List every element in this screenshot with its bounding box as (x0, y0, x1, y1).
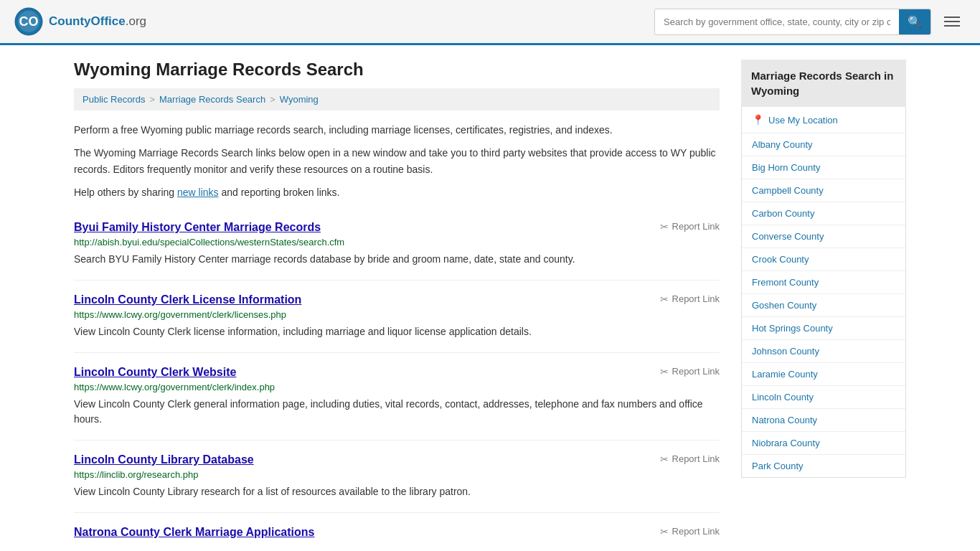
sidebar-item-lincoln-county[interactable]: Lincoln County (742, 386, 905, 409)
site-header: CO CountyOffice.org 🔍 (0, 0, 980, 45)
sidebar: Marriage Records Search in Wyoming 📍 Use… (741, 60, 906, 551)
logo-text: CountyOffice.org (49, 14, 146, 29)
result-desc: View Lincoln County Clerk license inform… (74, 324, 720, 339)
sidebar-item-crook-county[interactable]: Crook County (742, 248, 905, 271)
report-link-0[interactable]: ✂ Report Link (660, 221, 720, 232)
result-url: https://www.lcwy.org/government/clerk/li… (74, 309, 720, 320)
report-icon: ✂ (660, 221, 669, 232)
report-link-3[interactable]: ✂ Report Link (660, 453, 720, 465)
result-item: Byui Family History Center Marriage Reco… (74, 208, 720, 281)
report-icon: ✂ (660, 366, 669, 377)
sidebar-item-big-horn-county[interactable]: Big Horn County (742, 156, 905, 179)
sidebar-item-laramie-county[interactable]: Laramie County (742, 363, 905, 386)
sidebar-item-niobrara-county[interactable]: Niobrara County (742, 432, 905, 455)
result-title[interactable]: Natrona County Clerk Marriage Applicatio… (74, 526, 314, 539)
result-desc: Search BYU Family History Center marriag… (74, 252, 720, 267)
breadcrumb-marriage-records-search[interactable]: Marriage Records Search (159, 94, 265, 105)
sidebar-item-goshen-county[interactable]: Goshen County (742, 294, 905, 317)
sidebar-item-park-county[interactable]: Park County (742, 455, 905, 477)
result-title[interactable]: Lincoln County Clerk License Information (74, 293, 301, 306)
menu-button[interactable] (938, 14, 966, 29)
sidebar-item-campbell-county[interactable]: Campbell County (742, 179, 905, 202)
location-pin-icon: 📍 (752, 114, 764, 126)
svg-text:CO: CO (19, 14, 39, 29)
report-icon: ✂ (660, 526, 669, 537)
search-input[interactable] (655, 11, 899, 33)
breadcrumb-sep-1: > (149, 94, 155, 105)
search-bar: 🔍 (654, 9, 931, 35)
sidebar-item-natrona-county[interactable]: Natrona County (742, 409, 905, 432)
search-button[interactable]: 🔍 (899, 9, 930, 34)
report-icon: ✂ (660, 293, 669, 305)
result-desc: View Lincoln County Clerk general inform… (74, 397, 720, 427)
page-title: Wyoming Marriage Records Search (74, 60, 720, 80)
report-link-4[interactable]: ✂ Report Link (660, 526, 720, 537)
breadcrumb-sep-2: > (270, 94, 275, 105)
result-url: https://www.lcwy.org/government/clerk/in… (74, 382, 720, 392)
sidebar-item-converse-county[interactable]: Converse County (742, 225, 905, 248)
result-item: Lincoln County Library Database ✂ Report… (74, 441, 720, 513)
result-url: http://abish.byui.edu/specialCollections… (74, 237, 720, 248)
result-title[interactable]: Lincoln County Library Database (74, 453, 254, 466)
main-container: Wyoming Marriage Records Search Public R… (60, 45, 920, 551)
results-list: Byui Family History Center Marriage Reco… (74, 208, 720, 551)
sidebar-title: Marriage Records Search in Wyoming (741, 60, 906, 107)
result-url: https://linclib.org/research.php (74, 469, 720, 480)
breadcrumb-public-records[interactable]: Public Records (83, 94, 145, 105)
report-link-1[interactable]: ✂ Report Link (660, 293, 720, 305)
description-3: Help others by sharing new links and rep… (74, 184, 720, 200)
result-item: Lincoln County Clerk Website ✂ Report Li… (74, 353, 720, 441)
content-area: Wyoming Marriage Records Search Public R… (74, 60, 720, 551)
result-title[interactable]: Byui Family History Center Marriage Reco… (74, 221, 321, 234)
result-item: Lincoln County Clerk License Information… (74, 281, 720, 353)
sidebar-item-hot-springs-county[interactable]: Hot Springs County (742, 317, 905, 340)
breadcrumb-wyoming[interactable]: Wyoming (280, 94, 319, 105)
logo-icon: CO (14, 7, 43, 36)
sidebar-item-albany-county[interactable]: Albany County (742, 133, 905, 156)
report-icon: ✂ (660, 453, 669, 465)
logo-area: CO CountyOffice.org (14, 7, 146, 36)
result-item: Natrona County Clerk Marriage Applicatio… (74, 513, 720, 551)
use-my-location[interactable]: 📍 Use My Location (742, 107, 905, 133)
sidebar-item-carbon-county[interactable]: Carbon County (742, 202, 905, 225)
sidebar-item-fremont-county[interactable]: Fremont County (742, 271, 905, 294)
new-links-link[interactable]: new links (177, 187, 219, 198)
description-2: The Wyoming Marriage Records Search link… (74, 145, 720, 177)
sidebar-list: 📍 Use My Location Albany County Big Horn… (741, 107, 906, 478)
breadcrumb: Public Records > Marriage Records Search… (74, 88, 720, 110)
result-desc: View Lincoln County Library research for… (74, 484, 720, 499)
header-right: 🔍 (654, 9, 966, 35)
report-link-2[interactable]: ✂ Report Link (660, 366, 720, 377)
sidebar-item-johnson-county[interactable]: Johnson County (742, 340, 905, 363)
hamburger-icon (944, 17, 960, 27)
description-1: Perform a free Wyoming public marriage r… (74, 122, 720, 138)
result-title[interactable]: Lincoln County Clerk Website (74, 366, 236, 379)
